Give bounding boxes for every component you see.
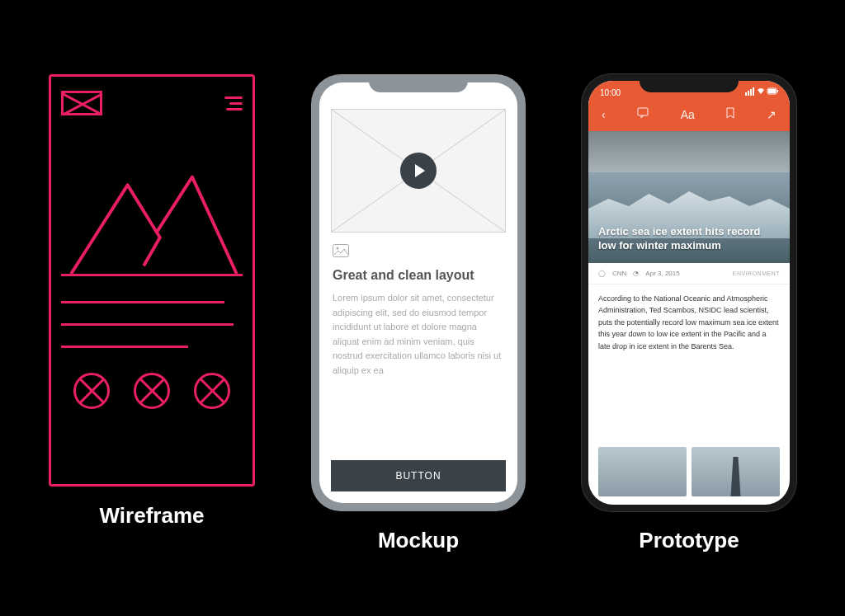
- wireframe-column: Wireframe: [49, 74, 255, 529]
- cta-button[interactable]: BUTTON: [331, 460, 506, 491]
- logo-placeholder-icon: [61, 91, 102, 115]
- article-meta: ◯ CNN ◔ Apr 3, 2015 ENVIRONMENT: [588, 263, 790, 284]
- article-date: Apr 3, 2015: [645, 270, 679, 277]
- article-body: According to the National Oceanic and At…: [588, 284, 790, 447]
- svg-rect-10: [777, 90, 779, 92]
- image-placeholder: [61, 161, 243, 276]
- font-size-button[interactable]: Aa: [681, 108, 695, 121]
- svg-rect-4: [745, 92, 747, 96]
- svg-rect-7: [753, 87, 754, 96]
- share-icon[interactable]: ↗: [767, 108, 777, 121]
- status-time: 10:00: [600, 88, 621, 97]
- source-icon: ◯: [598, 270, 606, 277]
- video-placeholder: [331, 109, 506, 233]
- wireframe-label: Wireframe: [100, 503, 205, 529]
- status-icons: [745, 87, 778, 97]
- article-source: CNN: [612, 270, 626, 277]
- hero-image: Arctic sea ice extent hits record low fo…: [588, 131, 790, 263]
- circle-button-icon: [194, 373, 230, 409]
- wireframe-sketch: [49, 74, 255, 487]
- hamburger-menu-icon: [224, 96, 243, 111]
- design-stages-diagram: Wireframe Great and clean layout: [0, 0, 845, 578]
- action-buttons-row: [61, 373, 243, 409]
- svg-point-3: [337, 247, 339, 250]
- comment-icon[interactable]: [637, 107, 649, 121]
- clock-icon: ◔: [633, 270, 639, 277]
- image-icon: [333, 244, 504, 261]
- phone-frame-realistic: 10:00 ‹ Aa: [582, 74, 796, 511]
- mountain-icon: [61, 161, 243, 274]
- thumbnail-image[interactable]: [598, 447, 687, 496]
- svg-rect-6: [750, 89, 752, 96]
- thumbnail-image[interactable]: [692, 447, 780, 496]
- mockup-column: Great and clean layout Lorem ipsum dolor…: [311, 74, 526, 553]
- phone-screen: Great and clean layout Lorem ipsum dolor…: [319, 82, 517, 503]
- svg-rect-9: [768, 89, 776, 93]
- article-category: ENVIRONMENT: [733, 270, 780, 276]
- phone-screen: 10:00 ‹ Aa: [588, 81, 790, 505]
- article-title: Arctic sea ice extent hits record low fo…: [598, 225, 780, 253]
- play-button-icon[interactable]: [400, 153, 437, 189]
- text-lines-placeholder: [61, 301, 243, 348]
- signal-wifi-battery-icon: [745, 87, 778, 96]
- mockup-title: Great and clean layout: [333, 268, 504, 283]
- circle-button-icon: [73, 373, 110, 409]
- prototype-label: Prototype: [639, 528, 739, 553]
- mockup-body-text: Lorem ipsum dolor sit amet, consectetur …: [333, 291, 504, 379]
- svg-rect-2: [333, 245, 349, 257]
- bookmark-icon[interactable]: [726, 107, 734, 121]
- mockup-label: Mockup: [378, 528, 459, 553]
- related-images: [588, 447, 790, 505]
- prototype-column: 10:00 ‹ Aa: [582, 74, 796, 553]
- back-icon[interactable]: ‹: [602, 108, 606, 121]
- phone-notch: [640, 74, 739, 92]
- circle-button-icon: [134, 373, 170, 409]
- wireframe-header: [61, 87, 243, 120]
- phone-frame: Great and clean layout Lorem ipsum dolor…: [311, 74, 526, 511]
- svg-rect-5: [748, 91, 749, 96]
- article-toolbar: ‹ Aa ↗: [588, 101, 790, 131]
- phone-notch: [369, 74, 468, 92]
- svg-rect-11: [638, 108, 648, 115]
